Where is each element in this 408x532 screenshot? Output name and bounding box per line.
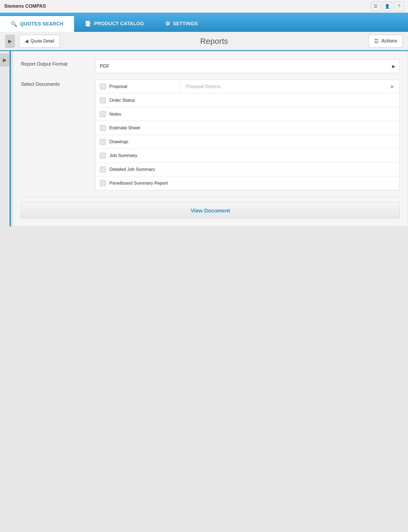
select-documents-label: Select Documents (21, 79, 95, 87)
proposal-checkbox-area: Proposal (96, 80, 181, 93)
settings-icon: ⚙ (165, 20, 170, 27)
top-bar: Siemens COMPAS ☰ 👤 ? (0, 0, 408, 13)
logo-prefix: Siemens (4, 3, 24, 9)
doc-item-detailed-job-summary: Detailed Job Summary (96, 163, 400, 176)
proposal-options-arrow-icon: ▶ (391, 84, 394, 89)
proposal-label: Proposal (109, 84, 127, 89)
select-arrow-icon: ▶ (392, 64, 395, 69)
documents-list: Proposal Proposal Options ▶ Order Status (95, 79, 400, 190)
tab-quotes-search-label: QUOTES SEARCH (20, 21, 64, 27)
doc-item-proposal: Proposal Proposal Options ▶ (96, 80, 400, 93)
panelboard-summary-label: Panelboard Summary Report (109, 181, 168, 186)
toolbar: ▶ ◀ Quote Detail Reports ☰ Actions (0, 32, 408, 51)
tab-settings-label: SETTINGS (173, 21, 198, 27)
output-format-select[interactable]: PDF ▶ (95, 59, 400, 73)
app-logo: Siemens COMPAS (4, 3, 46, 9)
job-summary-label: Job Summary (109, 153, 137, 158)
page-title: Reports (60, 37, 368, 46)
back-arrow-icon: ◀ (25, 38, 28, 44)
quotes-search-icon: 🔍 (11, 21, 18, 27)
detailed-job-summary-label: Detailed Job Summary (109, 167, 155, 172)
estimate-sheet-checkbox[interactable] (100, 125, 106, 131)
output-format-value: PDF (100, 63, 109, 69)
proposal-options-label: Proposal Options (186, 84, 220, 89)
notes-label: Notes (109, 112, 121, 117)
doc-item-job-summary: Job Summary (96, 149, 400, 163)
help-icon-button[interactable]: ? (394, 2, 404, 11)
tab-quotes-search[interactable]: 🔍 QUOTES SEARCH (0, 15, 74, 32)
job-summary-checkbox[interactable] (100, 153, 106, 159)
drawings-checkbox[interactable] (100, 139, 106, 145)
section-divider (21, 197, 400, 197)
user-icon-button[interactable]: 👤 (382, 2, 392, 11)
back-button[interactable]: ◀ Quote Detail (19, 35, 60, 48)
output-format-row: Report Output Format PDF ▶ (21, 59, 400, 73)
order-status-checkbox[interactable] (100, 97, 106, 103)
output-format-control: PDF ▶ (95, 59, 400, 73)
detailed-job-summary-checkbox[interactable] (100, 167, 106, 172)
panelboard-summary-checkbox[interactable] (100, 180, 106, 186)
form-card: Report Output Format PDF ▶ Select Docume… (13, 51, 408, 227)
side-indicator (10, 51, 11, 227)
drawings-label: Drawings (109, 139, 128, 144)
proposal-checkbox[interactable] (100, 84, 106, 90)
tab-product-catalog-label: PRODUCT CATALOG (94, 21, 144, 27)
tab-settings[interactable]: ⚙ SETTINGS (155, 15, 209, 32)
doc-item-order-status: Order Status (96, 93, 400, 107)
nav-tabs: 🔍 QUOTES SEARCH 📑 PRODUCT CATALOG ⚙ SETT… (0, 13, 408, 32)
back-button-label: Quote Detail (31, 39, 54, 44)
actions-menu-icon: ☰ (374, 38, 379, 44)
side-expand-button[interactable]: ▶ (1, 54, 9, 66)
doc-item-notes: Notes (96, 107, 400, 121)
tab-product-catalog[interactable]: 📑 PRODUCT CATALOG (74, 15, 155, 32)
actions-button[interactable]: ☰ Actions (368, 35, 403, 48)
proposal-options-area[interactable]: Proposal Options ▶ (181, 80, 400, 93)
notes-checkbox[interactable] (100, 111, 106, 117)
logo-brand: COMPAS (25, 3, 46, 9)
menu-icon-button[interactable]: ☰ (371, 2, 380, 11)
side-toggle-area: ▶ (0, 51, 10, 227)
sidebar-toggle-button[interactable]: ▶ (5, 35, 15, 48)
doc-item-drawings: Drawings (96, 135, 400, 149)
product-catalog-icon: 📑 (85, 20, 92, 27)
output-format-label: Report Output Format (21, 59, 95, 67)
select-documents-row: Select Documents Proposal Proposal Optio… (21, 79, 400, 190)
documents-list-control: Proposal Proposal Options ▶ Order Status (95, 79, 400, 190)
doc-item-estimate-sheet: Estimate Sheet (96, 121, 400, 135)
doc-item-panelboard-summary: Panelboard Summary Report (96, 176, 400, 190)
page-wrapper: ▶ Report Output Format PDF ▶ Select Docu… (0, 51, 408, 227)
view-document-button[interactable]: View Document (21, 202, 400, 218)
estimate-sheet-label: Estimate Sheet (109, 125, 140, 131)
order-status-label: Order Status (109, 98, 135, 103)
actions-button-label: Actions (381, 38, 397, 44)
top-bar-actions: ☰ 👤 ? (371, 2, 404, 11)
